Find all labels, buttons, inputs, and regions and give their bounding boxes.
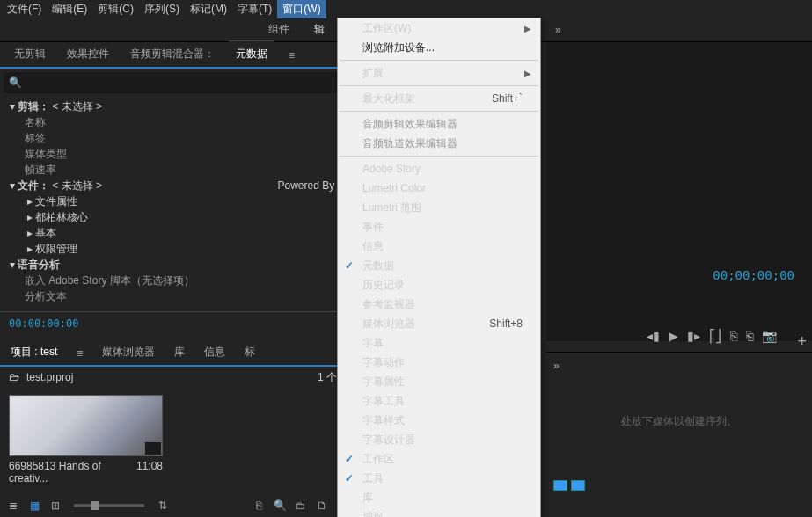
chevron-down-icon[interactable]: ▾ [7, 258, 18, 271]
panel-menu-icon[interactable]: ≡ [282, 44, 302, 67]
timeline-tracks [553, 480, 585, 491]
zoom-slider[interactable] [74, 504, 144, 507]
lift-icon[interactable]: ⎘ [730, 329, 737, 343]
chevron-right-icon[interactable]: ▸ [25, 243, 35, 255]
mi-参考监视器[interactable]: 参考监视器 [338, 295, 540, 314]
mi-workspace[interactable]: 工作区(W)▶ [338, 18, 540, 38]
check-icon: ✓ [345, 453, 354, 465]
clip-framerate: 帧速率 [4, 162, 353, 178]
file-header: 文件： [18, 178, 49, 193]
bin-icon[interactable]: 🗁 [9, 371, 19, 383]
mi-字幕属性[interactable]: 字幕属性 [338, 372, 540, 391]
step-back-icon[interactable]: ◂▮ [647, 329, 660, 343]
sort-icon[interactable]: ⇅ [155, 498, 171, 513]
voice-analyze[interactable]: 分析文本 [4, 288, 353, 304]
check-icon: ✓ [345, 472, 354, 484]
tab-metadata[interactable]: 元数据 [229, 40, 274, 67]
chevron-right-icon[interactable]: ▸ [25, 211, 35, 223]
tab-effectcontrols[interactable]: 效果控件 [60, 41, 116, 67]
mi-元数据[interactable]: ✓元数据 [338, 256, 540, 275]
menu-file[interactable]: 文件(F) [2, 0, 47, 18]
chevron-right-icon[interactable]: ▸ [25, 195, 35, 208]
menu-clip[interactable]: 剪辑(C) [92, 0, 139, 18]
tab-project[interactable]: 项目 : test [4, 339, 64, 365]
file-rights[interactable]: 权限管理 [35, 242, 77, 257]
step-fwd-icon[interactable]: ▮▸ [687, 329, 700, 343]
mi-捕捉[interactable]: 捕捉 [338, 507, 540, 517]
tab-library[interactable]: 库 [167, 339, 192, 365]
track-toggle[interactable] [553, 480, 567, 491]
new-bin-icon[interactable]: 🗀 [293, 498, 309, 513]
mi-lumetri-color[interactable]: Lumetri Color [338, 178, 540, 198]
submenu-arrow-icon: ▶ [524, 24, 531, 33]
mi-字幕工具[interactable]: 字幕工具 [338, 391, 540, 411]
menubar: 文件(F) 编辑(E) 剪辑(C) 序列(S) 标记(M) 字幕(T) 窗口(W… [0, 0, 812, 18]
mi-字幕设计器[interactable]: 字幕设计器 [338, 430, 540, 449]
tab-noclip[interactable]: 无剪辑 [7, 41, 53, 67]
program-timecode: 00;00;00;00 [713, 268, 794, 282]
file-props[interactable]: 文件属性 [35, 194, 77, 209]
chevron-down-icon[interactable]: ▾ [7, 179, 18, 192]
timeline-drop-hint: 处放下媒体以创建序列。 [546, 414, 812, 429]
find-icon[interactable]: 🔍 [272, 498, 288, 513]
clip-header: 剪辑： [18, 99, 49, 114]
mi-browse-addons[interactable]: 浏览附加设备... [338, 38, 540, 57]
export-frame-icon[interactable]: 📷 [762, 329, 777, 343]
extract-icon[interactable]: ⎗ [746, 329, 753, 343]
program-monitor [546, 42, 812, 341]
mi-字幕样式[interactable]: 字幕样式 [338, 411, 540, 430]
transport-controls: ◂▮ ▶ ▮▸ ⎡⎦ ⎘ ⎗ 📷 [546, 324, 812, 348]
project-header: 🗁 test.prproj 1 个项 [0, 367, 356, 388]
voice-story[interactable]: 嵌入 Adobe Story 脚本（无选择项） [4, 273, 353, 288]
menu-title[interactable]: 字幕(T) [232, 0, 277, 18]
mi-库[interactable]: 库 [338, 488, 540, 507]
project-toolbar: ≣ ▦ ⊞ ⇅ ⎘ 🔍 🗀 🗋 🗑 [0, 494, 356, 517]
automate-icon[interactable]: ⎘ [251, 498, 267, 513]
menu-window[interactable]: 窗口(W) [277, 0, 326, 18]
list-view-icon[interactable]: ≣ [5, 498, 21, 513]
menu-sequence[interactable]: 序列(S) [139, 0, 185, 18]
tab-info[interactable]: 信息 [197, 339, 232, 365]
chevron-right-icon[interactable]: » [553, 360, 560, 372]
chevron-right-icon[interactable]: ▸ [25, 227, 35, 239]
mi-audioclip-editor: 音频剪辑效果编辑器 [338, 114, 540, 134]
mi-字幕动作[interactable]: 字幕动作 [338, 353, 540, 372]
add-button-icon[interactable]: + [797, 332, 807, 351]
mi-extensions[interactable]: 扩展▶ [338, 63, 540, 83]
ws-tab-assembly[interactable]: 组件 [256, 17, 302, 42]
mi-信息[interactable]: 信息 [338, 237, 540, 256]
mi-历史记录[interactable]: 历史记录 [338, 275, 540, 295]
clip-name-label: 66985813 Hands of creativ... [9, 460, 136, 484]
new-item-icon[interactable]: 🗋 [314, 498, 330, 513]
icon-view-icon[interactable]: ▦ [26, 498, 42, 513]
mi-lumetri-范围[interactable]: Lumetri 范围 [338, 198, 540, 217]
file-basic[interactable]: 基本 [35, 226, 56, 241]
tab-audiomixer[interactable]: 音频剪辑混合器： [123, 41, 222, 67]
clip-thumbnail[interactable] [9, 395, 163, 456]
menu-marker[interactable]: 标记(M) [185, 0, 232, 18]
search-icon: 🔍 [9, 76, 22, 89]
mi-maximize[interactable]: 最大化框架Shift+` [338, 89, 540, 108]
mi-工作区[interactable]: ✓工作区 [338, 449, 540, 469]
ws-tab-edit[interactable]: 辑 [302, 17, 337, 42]
mi-媒体浏览器[interactable]: 媒体浏览器Shift+8 [338, 314, 540, 333]
mark-in-icon[interactable]: ⎡⎦ [709, 329, 721, 343]
chevron-down-icon[interactable]: ▾ [7, 100, 18, 113]
play-icon[interactable]: ▶ [669, 329, 678, 343]
timeline-panel: » 处放下媒体以创建序列。 [546, 352, 812, 494]
freeform-view-icon[interactable]: ⊞ [48, 498, 63, 513]
mi-事件[interactable]: 事件 [338, 217, 540, 237]
chevron-right-icon[interactable]: » [546, 24, 570, 36]
metadata-tree: ▾剪辑： < 未选择 > 名称 标签 媒体类型 帧速率 ▾文件： < 未选择 >… [0, 97, 356, 306]
mi-工具[interactable]: ✓工具 [338, 469, 540, 488]
mi-字幕[interactable]: 字幕 [338, 333, 540, 353]
menu-edit[interactable]: 编辑(E) [47, 0, 92, 18]
metadata-search[interactable]: 🔍 [4, 72, 353, 93]
shortcut: Shift+` [492, 92, 523, 105]
mi-adobe-story[interactable]: Adobe Story [338, 159, 540, 178]
project-tabs: 项目 : test≡ 媒体浏览器 库 信息 标 [0, 342, 356, 367]
tab-marker[interactable]: 标 [238, 339, 262, 365]
file-dublin[interactable]: 都柏林核心 [35, 210, 88, 225]
tab-mediabrowser[interactable]: 媒体浏览器 [95, 339, 162, 365]
track-toggle[interactable] [571, 480, 585, 491]
